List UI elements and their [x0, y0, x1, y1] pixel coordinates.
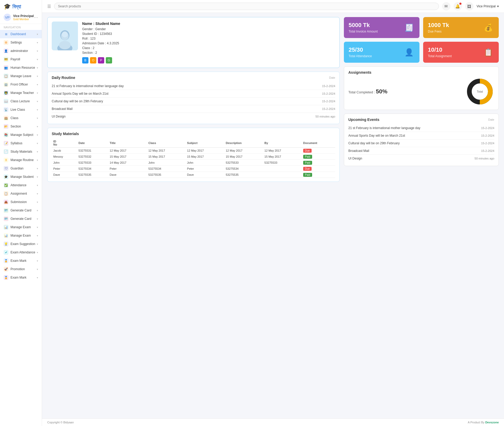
nav-item-left: 🪪 Generate Card: [4, 216, 31, 221]
sidebar-item-front-officer[interactable]: 🏢 Front Officer ▾: [0, 80, 42, 89]
sidebar-item-dashboard[interactable]: ⊞ Dashboard ▾: [0, 30, 42, 38]
main-panel: ☰ ✉ 🔔 🖼 Vice Principal ▾: [42, 0, 504, 426]
nav-arrow-icon: ▾: [37, 226, 38, 229]
table-row: John5327553314 May 2017JohnJohn532755335…: [52, 160, 335, 166]
sidebar-item-exam-attendance[interactable]: ✔ Exam Attendance ▾: [0, 248, 42, 257]
sidebar-item-syllabus[interactable]: 📝 Syllabus ▾: [0, 139, 42, 147]
event-row-date: 50 minutes ago: [475, 157, 494, 160]
sidebar-item-guardian[interactable]: 🛡 Guardian ▾: [0, 164, 42, 173]
nav-item-left: 📋 Assignment: [4, 191, 27, 196]
nav-item-left: 📖 Class Lecture: [4, 99, 30, 104]
nav-item-left: 👤 adminstrator: [4, 49, 28, 53]
sidebar-item-section[interactable]: 📂 Section ▾: [0, 122, 42, 131]
sidebar-item-class-lecture[interactable]: 📖 Class Lecture ▾: [0, 97, 42, 105]
sidebar-item-payroll[interactable]: 💳 Payroll ▾: [0, 55, 42, 63]
routine-row: 21 st February is international mother l…: [52, 82, 335, 90]
sidebar-menu-dots[interactable]: ⋯: [34, 15, 38, 20]
sidebar-item-exam-mark[interactable]: 🏅 Exam Mark ▾: [0, 273, 42, 282]
sidebar-item-assignment[interactable]: 📋 Assignment ▾: [0, 189, 42, 198]
sidebar-item-settings[interactable]: ⚙ Settings ▾: [0, 38, 42, 47]
table-cell: 14 May 2017: [108, 160, 147, 166]
table-cell: Messsy: [52, 154, 77, 160]
notification-icon-button[interactable]: 🔔: [454, 2, 462, 10]
sidebar-item-adminstrator[interactable]: 👤 adminstrator ▾: [0, 47, 42, 55]
sidebar-item-exam-suggestion[interactable]: 💡 Exam Suggestion ▾: [0, 240, 42, 248]
left-column: Name : Student Name Gender : Gender Stud…: [47, 17, 340, 414]
nav-label-text: Manage Exam: [10, 225, 31, 229]
table-cell: Peter: [108, 166, 147, 172]
sidebar-item-manage-student[interactable]: 🎓 Manage Student ▾: [0, 173, 42, 181]
nav-icon: 📊: [4, 225, 8, 230]
sidebar-item-exam-mark[interactable]: 🏅 Exam Mark ▾: [0, 257, 42, 265]
invoice-icon: 🧾: [403, 22, 415, 33]
student-action-green[interactable]: G: [106, 57, 112, 63]
sidebar-item-human-resource[interactable]: 👥 Human Resource ▾: [0, 63, 42, 72]
nav-item-left: 🚀 Promotion: [4, 267, 25, 271]
table-cell: 15 May 2017: [108, 154, 147, 160]
sidebar-item-manage-teacher[interactable]: 👨‍🏫 Manage Teacher ▾: [0, 89, 42, 97]
table-cell: Peter: [186, 166, 224, 172]
table-cell: 53275533: [224, 160, 263, 166]
materials-title: Study Materials: [52, 132, 79, 136]
nav-icon: 🏅: [4, 275, 8, 280]
nav-arrow-icon: ▾: [37, 167, 38, 170]
student-gender: Gender : Gender: [82, 27, 335, 31]
nav-item-left: 🏅 Exam Mark: [4, 275, 27, 280]
table-cell: 15 May 2017: [224, 154, 263, 160]
table-cell: 53275532: [77, 154, 108, 160]
sidebar-item-manage-routine[interactable]: 🗓 Manage Routine ▾: [0, 156, 42, 164]
nav-icon: 📋: [4, 74, 8, 78]
search-input[interactable]: [54, 3, 439, 10]
student-action-blue[interactable]: B: [82, 57, 88, 63]
nav-label-text: Submission: [10, 200, 27, 204]
routine-title: Daily Routine: [52, 76, 75, 80]
sidebar-item-live-class[interactable]: 📡 Live Class ▾: [0, 105, 42, 114]
nav-item-left: 🏅 Exam Mark: [4, 258, 27, 263]
svg-point-2: [62, 31, 68, 37]
nav-item-left: 🗓 Manage Routine: [4, 158, 34, 162]
profile-icon-button[interactable]: 🖼: [465, 2, 474, 10]
table-cell: John: [147, 160, 185, 166]
table-cell: 53275534: [77, 166, 108, 172]
routine-row-text: UI Design: [52, 115, 66, 118]
stat-assignment: 10/10 Total Assignment 📋: [423, 42, 499, 63]
sidebar-item-class[interactable]: 🏫 Class ▾: [0, 114, 42, 122]
table-row: Messsy5327553215 May 201715 May 201715 M…: [52, 154, 335, 160]
sidebar-item-manage-exam[interactable]: 📊 Manage Exam ▾: [0, 223, 42, 231]
nav-item-left: 📚 Manage Subject: [4, 132, 33, 137]
materials-thead: IDNoDateTitleClassSubjectDescriptionByDo…: [52, 139, 335, 148]
sidebar-item-study-materials[interactable]: 📄 Study Materials ▾: [0, 147, 42, 156]
assignment-icon: 📋: [482, 46, 494, 58]
topbar-user[interactable]: Vice Principal ▾: [477, 4, 499, 8]
student-action-purple[interactable]: P: [98, 57, 104, 63]
materials-col-title: Title: [108, 139, 147, 148]
nav-label-text: Settings: [10, 41, 22, 44]
nav-icon: 🗓: [4, 158, 8, 162]
sidebar-item-manage-subject[interactable]: 📚 Manage Subject ▾: [0, 131, 42, 139]
materials-col-document: Document: [302, 139, 335, 148]
stat-attendance-label: Total Attendance: [349, 54, 372, 58]
events-rows: 21 st February is international mother l…: [348, 124, 494, 162]
nav-label-text: Exam Suggestion: [10, 242, 35, 246]
student-action-orange[interactable]: O: [90, 57, 96, 63]
nav-label-text: Syllabus: [10, 141, 22, 145]
table-cell: 53275533: [77, 160, 108, 166]
nav-arrow-icon: ▾: [37, 192, 38, 195]
nav-icon: 💳: [4, 57, 8, 62]
sidebar-item-generate-card[interactable]: 🪪 Generate Card ▾: [0, 215, 42, 223]
nav-label-text: Manage Routine: [10, 158, 34, 162]
sidebar-item-promotion[interactable]: 🚀 Promotion ▾: [0, 265, 42, 273]
nav-label-text: Manage Leave: [10, 74, 31, 78]
sidebar-item-attendance[interactable]: ✅ Attendance ▾: [0, 181, 42, 189]
mail-icon-button[interactable]: ✉: [442, 2, 450, 10]
sidebar-item-submission[interactable]: 📤 Submission ▾: [0, 198, 42, 206]
sidebar-item-generate-card[interactable]: 🪪 Generate Card ▾: [0, 206, 42, 215]
nav-label-text: Class Lecture: [10, 99, 30, 103]
hamburger-icon[interactable]: ☰: [47, 4, 51, 9]
materials-col-by: By: [263, 139, 301, 148]
nav-label-text: Section: [10, 125, 21, 128]
nav-arrow-icon: ▾: [37, 159, 38, 162]
sidebar-item-manage-leave[interactable]: 📋 Manage Leave ▾: [0, 72, 42, 80]
nav-arrow-icon: ▾: [37, 66, 38, 69]
sidebar-item-manage-exam[interactable]: 📊 Manage Exam ▾: [0, 231, 42, 240]
